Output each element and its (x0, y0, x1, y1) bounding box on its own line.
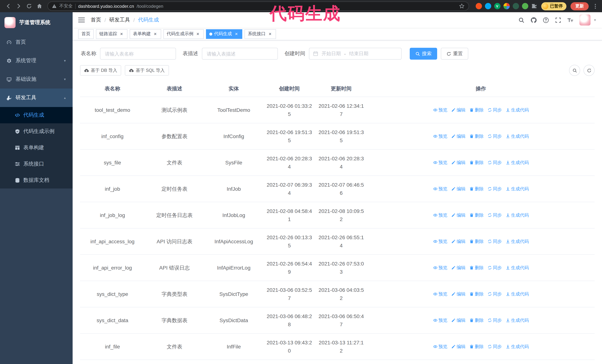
delete-link[interactable]: 删除 (469, 185, 484, 193)
preview-link[interactable]: 预览 (433, 316, 447, 324)
table-desc-input[interactable] (202, 48, 278, 60)
address-bar[interactable]: 不安全 dashboard.yudao.iocoder.cn/tool/code… (47, 1, 469, 11)
generate-code-link[interactable]: 生成代码 (505, 316, 529, 324)
preview-link[interactable]: 预览 (433, 185, 447, 193)
sidebar-item-0[interactable]: 首页 (0, 33, 73, 52)
tab-4[interactable]: 代码生成× (206, 29, 242, 39)
tab-close-icon[interactable]: × (195, 31, 200, 36)
search-icon[interactable] (518, 17, 525, 23)
delete-link[interactable]: 删除 (469, 290, 484, 298)
edit-link[interactable]: 编辑 (451, 106, 465, 114)
generate-code-link[interactable]: 生成代码 (505, 211, 529, 219)
preview-link[interactable]: 预览 (433, 264, 447, 272)
edit-link[interactable]: 编辑 (451, 264, 465, 272)
generate-code-link[interactable]: 生成代码 (505, 106, 529, 114)
sidebar-subitem-1[interactable]: 代码生成示例 (0, 123, 73, 140)
profile-paused-badge[interactable]: 已暂停 (541, 2, 566, 10)
delete-link[interactable]: 删除 (469, 264, 484, 272)
tab-3[interactable]: 代码生成示例× (163, 29, 204, 39)
table-name-input[interactable] (100, 48, 176, 60)
bookmark-star-icon[interactable] (459, 3, 464, 9)
sync-link[interactable]: 同步 (487, 316, 502, 324)
sync-link[interactable]: 同步 (487, 343, 502, 351)
preview-link[interactable]: 预览 (433, 158, 447, 167)
sync-link[interactable]: 同步 (487, 237, 502, 246)
browser-reload-button[interactable] (24, 2, 33, 10)
generate-code-link[interactable]: 生成代码 (505, 237, 529, 246)
refresh-table-button[interactable] (583, 65, 595, 76)
import-db-button[interactable]: 基于 DB 导入 (80, 65, 121, 75)
generate-code-link[interactable]: 生成代码 (505, 290, 529, 298)
help-icon[interactable] (543, 17, 549, 23)
edit-link[interactable]: 编辑 (451, 343, 465, 351)
github-icon[interactable] (530, 17, 537, 23)
edit-link[interactable]: 编辑 (451, 185, 465, 193)
sidebar-subitem-2[interactable]: 表单构建 (0, 140, 73, 156)
tab-5[interactable]: 系统接口× (245, 29, 276, 39)
font-size-icon[interactable] (567, 17, 573, 23)
sidebar-item-3[interactable]: 研发工具▲ (0, 89, 73, 107)
import-sql-button[interactable]: 基于 SQL 导入 (125, 65, 169, 75)
delete-link[interactable]: 删除 (469, 343, 484, 351)
reset-button[interactable]: 重置 (441, 48, 468, 60)
sync-link[interactable]: 同步 (487, 185, 502, 193)
sync-link[interactable]: 同步 (487, 264, 502, 272)
caret-down-icon[interactable]: ▼ (593, 18, 596, 22)
generate-code-link[interactable]: 生成代码 (505, 264, 529, 272)
browser-forward-button[interactable] (14, 2, 23, 10)
box-extension[interactable] (513, 3, 519, 9)
generate-code-link[interactable]: 生成代码 (505, 132, 529, 140)
hamburger-icon[interactable] (78, 17, 85, 23)
vpn-extension[interactable]: V (494, 3, 500, 9)
edit-link[interactable]: 编辑 (451, 211, 465, 219)
generate-code-link[interactable]: 生成代码 (505, 185, 529, 193)
delete-link[interactable]: 删除 (469, 106, 484, 114)
tab-1[interactable]: 链路追踪× (96, 29, 128, 39)
sync-link[interactable]: 同步 (487, 132, 502, 140)
delete-link[interactable]: 删除 (469, 211, 484, 219)
fullscreen-icon[interactable] (555, 17, 561, 23)
extensions-puzzle-icon[interactable] (531, 3, 537, 9)
edit-link[interactable]: 编辑 (451, 132, 465, 140)
delete-link[interactable]: 删除 (469, 158, 484, 167)
tab-2[interactable]: 表单构建× (130, 29, 161, 39)
edit-link[interactable]: 编辑 (451, 290, 465, 298)
browser-update-button[interactable]: 更新 (570, 2, 589, 10)
delete-link[interactable]: 删除 (469, 237, 484, 246)
preview-link[interactable]: 预览 (433, 132, 447, 140)
water-drop-extension[interactable] (485, 3, 491, 9)
search-button[interactable]: 搜索 (410, 48, 437, 60)
preview-link[interactable]: 预览 (433, 343, 447, 351)
sidebar-item-1[interactable]: 系统管理▼ (0, 52, 73, 70)
breadcrumb-item[interactable]: 研发工具 (109, 17, 130, 23)
tab-0[interactable]: 首页 (78, 29, 94, 39)
delete-link[interactable]: 删除 (469, 132, 484, 140)
browser-home-button[interactable] (35, 2, 44, 10)
tab-close-icon[interactable]: × (153, 31, 158, 36)
browser-back-button[interactable] (4, 2, 13, 10)
proxy-extension[interactable] (475, 3, 482, 9)
edit-link[interactable]: 编辑 (451, 316, 465, 324)
preview-link[interactable]: 预览 (433, 290, 447, 298)
edit-link[interactable]: 编辑 (451, 237, 465, 246)
sidebar-subitem-4[interactable]: 数据库文档 (0, 172, 73, 188)
date-range-picker[interactable]: 开始日期 - 结束日期 (309, 48, 402, 60)
leaf-extension[interactable] (522, 3, 528, 9)
preview-link[interactable]: 预览 (433, 106, 447, 114)
sidebar-subitem-3[interactable]: 系统接口 (0, 156, 73, 172)
sidebar-subitem-0[interactable]: 代码生成 (0, 107, 73, 123)
tab-close-icon[interactable]: × (268, 31, 273, 36)
generate-code-link[interactable]: 生成代码 (505, 343, 529, 351)
sync-link[interactable]: 同步 (487, 290, 502, 298)
sidebar-item-2[interactable]: 基础设施▼ (0, 70, 73, 89)
preview-link[interactable]: 预览 (433, 237, 447, 246)
sync-link[interactable]: 同步 (487, 211, 502, 219)
generate-code-link[interactable]: 生成代码 (505, 158, 529, 167)
tab-close-icon[interactable]: × (119, 31, 124, 36)
sync-link[interactable]: 同步 (487, 158, 502, 167)
grid-extension[interactable] (503, 3, 510, 9)
sync-link[interactable]: 同步 (487, 106, 502, 114)
browser-menu-icon[interactable] (592, 3, 598, 9)
user-avatar[interactable] (580, 14, 591, 26)
preview-link[interactable]: 预览 (433, 211, 447, 219)
